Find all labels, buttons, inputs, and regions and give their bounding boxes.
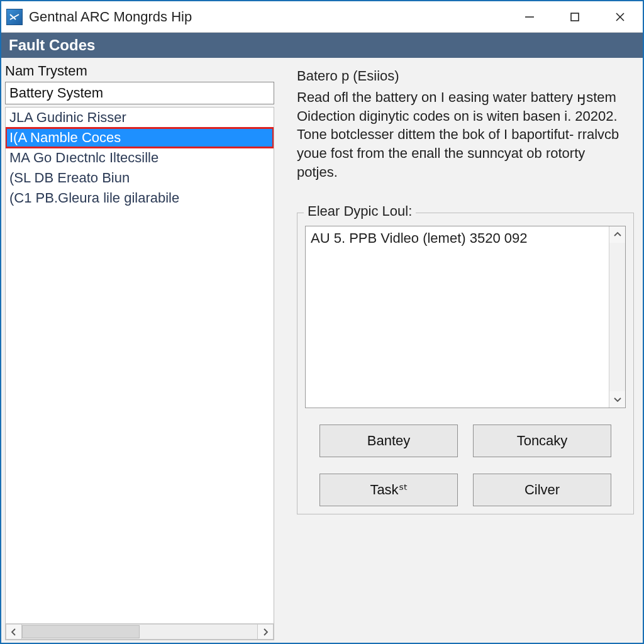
scroll-right-icon[interactable] bbox=[257, 624, 274, 640]
log-textbox[interactable]: AU 5. PPB Vidleo (lemet) 3520 092 bbox=[305, 226, 626, 408]
list-item[interactable]: I(A Namble Coces bbox=[6, 128, 274, 148]
system-search-input[interactable] bbox=[5, 82, 274, 104]
window-title: Gentnal ARC Mongrds Hip bbox=[29, 9, 507, 25]
scroll-thumb[interactable] bbox=[22, 625, 140, 638]
task-button[interactable]: Taskˢᵗ bbox=[319, 474, 458, 506]
right-panel: Batero p (Esiios) Read ofl the battery o… bbox=[278, 58, 643, 643]
scroll-down-icon[interactable] bbox=[609, 391, 625, 408]
maximize-icon bbox=[570, 12, 580, 22]
section-header: Fault Codes bbox=[1, 33, 643, 58]
fault-code-list: JLA Gudinic RisserI(A Namble CocesMA Go … bbox=[5, 107, 274, 640]
app-icon bbox=[6, 9, 23, 25]
scroll-up-icon[interactable] bbox=[609, 226, 625, 243]
system-label: Nam Trystem bbox=[5, 63, 274, 79]
close-button[interactable] bbox=[597, 1, 643, 32]
log-entry: AU 5. PPB Vidleo (lemet) 3520 092 bbox=[311, 230, 527, 246]
list-item[interactable]: (SL DB Ereato Biun bbox=[6, 168, 274, 188]
svg-rect-1 bbox=[571, 13, 579, 21]
cilver-button[interactable]: Cilver bbox=[473, 474, 611, 506]
maximize-button[interactable] bbox=[552, 1, 597, 32]
list-h-scrollbar[interactable] bbox=[6, 623, 274, 640]
scroll-track[interactable] bbox=[22, 624, 257, 640]
left-panel: Nam Trystem JLA Gudinic RisserI(A Namble… bbox=[1, 58, 278, 643]
list-item[interactable]: MA Go Dıectnlc Iltecsille bbox=[6, 148, 274, 168]
titlebar: Gentnal ARC Mongrds Hip bbox=[1, 1, 643, 33]
button-row-2: Taskˢᵗ Cilver bbox=[305, 474, 626, 506]
window-controls bbox=[507, 1, 643, 32]
list-item[interactable]: JLA Gudinic Risser bbox=[6, 108, 274, 128]
minimize-button[interactable] bbox=[507, 1, 552, 32]
log-v-scrollbar[interactable] bbox=[609, 226, 625, 408]
toncaky-button[interactable]: Toncaky bbox=[473, 425, 611, 457]
minimize-icon bbox=[524, 11, 535, 23]
app-window: Gentnal ARC Mongrds Hip Fault Codes Nam … bbox=[0, 0, 644, 644]
button-row-1: Bantey Toncaky bbox=[305, 425, 626, 457]
detail-title: Batero p (Esiios) bbox=[297, 68, 634, 84]
log-groupbox: Elear Dypic Loul: AU 5. PPB Vidleo (leme… bbox=[297, 213, 634, 514]
detail-body: Read ofl the battery on I easing water b… bbox=[297, 88, 624, 181]
bantey-button[interactable]: Bantey bbox=[319, 425, 458, 457]
content-area: Nam Trystem JLA Gudinic RisserI(A Namble… bbox=[1, 58, 643, 643]
list-item[interactable]: (C1 PB.Gleura lile gilarabile bbox=[6, 188, 274, 208]
scroll-left-icon[interactable] bbox=[6, 624, 22, 640]
close-icon bbox=[614, 11, 626, 23]
log-legend: Elear Dypic Loul: bbox=[304, 203, 416, 219]
